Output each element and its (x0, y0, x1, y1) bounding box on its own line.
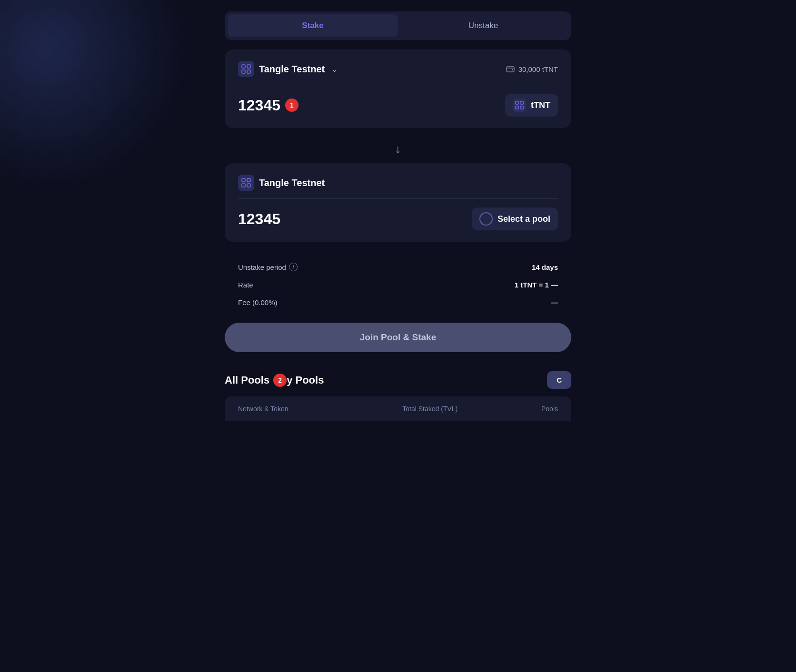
svg-rect-12 (242, 184, 245, 187)
tab-bar: Stake Unstake (225, 11, 571, 40)
fee-label: Fee (0.00%) (238, 298, 278, 306)
info-icon[interactable]: i (289, 263, 298, 271)
rate-label: Rate (238, 281, 253, 289)
pools-title-group: All Pools 2 y Pools (225, 374, 324, 387)
tnt-icon (515, 100, 524, 110)
select-pool-button[interactable]: Select a pool (472, 208, 558, 230)
svg-rect-7 (520, 101, 523, 104)
from-card: Tangle Testnet ⌄ 30,000 tTNT 12345 1 (225, 49, 571, 128)
tangle-icon-dest (241, 178, 251, 188)
chevron-down-icon: ⌄ (331, 65, 338, 74)
table-header: Network & Token Total Staked (TVL) Pools (225, 396, 571, 421)
to-amount-row: 12345 Select a pool (238, 208, 558, 230)
svg-rect-8 (516, 106, 518, 109)
tangle-icon (241, 64, 251, 74)
col-pools: Pools (494, 405, 558, 413)
col-total-staked: Total Staked (TVL) (366, 405, 494, 413)
network-dest-selector[interactable]: Tangle Testnet (238, 175, 325, 191)
from-amount-group: 12345 1 (238, 97, 298, 114)
pools-header: All Pools 2 y Pools C (225, 371, 571, 389)
tab-stake[interactable]: Stake (228, 14, 398, 37)
fee-value: — (551, 298, 558, 306)
select-pool-label: Select a pool (498, 214, 550, 224)
pools-tab-bar: C (547, 371, 571, 389)
svg-rect-2 (242, 70, 245, 73)
token-icon (513, 99, 526, 112)
unstake-period-label: Unstake period i (238, 263, 298, 271)
direction-arrow: ↓ (225, 135, 571, 163)
network-name-dest: Tangle Testnet (259, 178, 325, 188)
wallet-balance: 30,000 tTNT (506, 65, 558, 73)
rate-value: 1 tTNT = 1 — (515, 281, 558, 289)
network-selector[interactable]: Tangle Testnet ⌄ (238, 61, 338, 77)
all-pools-label: All Pools (225, 374, 269, 386)
svg-rect-0 (242, 65, 245, 68)
token-selector-button[interactable]: tTNT (505, 94, 558, 117)
svg-rect-11 (247, 178, 250, 182)
svg-rect-3 (247, 70, 250, 73)
from-amount: 12345 (238, 97, 280, 114)
svg-rect-13 (247, 184, 250, 187)
network-icon-bottom (238, 175, 254, 191)
network-row-bottom: Tangle Testnet (238, 175, 558, 199)
rate-row: Rate 1 tTNT = 1 — (238, 276, 558, 294)
unstake-period-row: Unstake period i 14 days (238, 258, 558, 276)
fee-row: Fee (0.00%) — (238, 294, 558, 311)
pool-circle-icon (479, 212, 493, 226)
network-name-top: Tangle Testnet (259, 64, 325, 75)
tab-unstake[interactable]: Unstake (398, 14, 568, 37)
pools-tab-c[interactable]: C (547, 371, 571, 389)
token-name: tTNT (531, 100, 550, 110)
badge-1: 1 (285, 99, 298, 112)
svg-rect-10 (242, 178, 245, 182)
network-row-top: Tangle Testnet ⌄ 30,000 tTNT (238, 61, 558, 85)
pools-badge: 2 (273, 374, 287, 387)
info-section: Unstake period i 14 days Rate 1 tTNT = 1… (225, 248, 571, 311)
unstake-period-value: 14 days (532, 263, 558, 271)
svg-rect-1 (247, 65, 250, 68)
to-amount: 12345 (238, 210, 280, 228)
join-pool-stake-button[interactable]: Join Pool & Stake (225, 323, 571, 352)
to-card: Tangle Testnet 12345 Select a pool (225, 163, 571, 242)
from-amount-row: 12345 1 tTNT (238, 94, 558, 117)
svg-rect-5 (512, 69, 513, 70)
svg-rect-9 (520, 106, 523, 109)
col-network-token: Network & Token (238, 405, 366, 413)
wallet-balance-value: 30,000 tTNT (518, 65, 558, 73)
wallet-icon (506, 65, 515, 73)
svg-rect-6 (516, 101, 518, 104)
my-pools-label: y Pools (287, 374, 324, 386)
network-icon-top (238, 61, 254, 77)
